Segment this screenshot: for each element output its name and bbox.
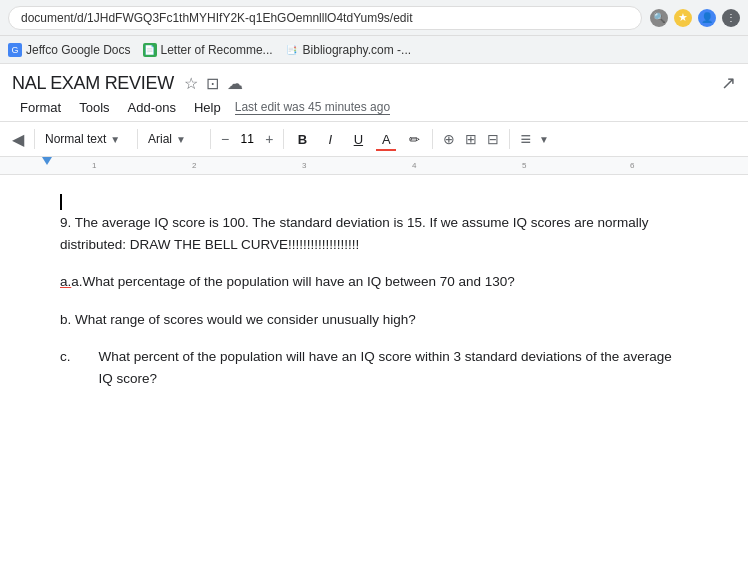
ruler-tick-4: 4 bbox=[412, 161, 416, 170]
style-value: Normal text bbox=[45, 132, 106, 146]
text-color-button[interactable]: A bbox=[374, 127, 398, 151]
list-button[interactable]: ≡ bbox=[516, 127, 535, 152]
comment-button[interactable]: ⊞ bbox=[461, 129, 481, 149]
folder-doc-icon[interactable]: ⊡ bbox=[206, 74, 219, 93]
title-bar: NAL EXAM REVIEW ☆ ⊡ ☁ ↗ bbox=[0, 64, 748, 94]
link-button[interactable]: ⊕ bbox=[439, 129, 459, 149]
bookmark-letter-label: Letter of Recomme... bbox=[161, 43, 273, 57]
url-bar[interactable]: document/d/1JHdFWGQ3Fc1thMYHIfY2K-q1EhGO… bbox=[8, 6, 642, 30]
last-edit-text: Last edit was 45 minutes ago bbox=[235, 100, 390, 115]
question-9-text: 9. The average IQ score is 100. The stan… bbox=[60, 212, 688, 255]
toolbar: ◀ Normal text ▼ Arial ▼ − 11 + B I U A ✏… bbox=[0, 121, 748, 157]
jeffco-icon: G bbox=[8, 43, 22, 57]
bold-button[interactable]: B bbox=[290, 127, 314, 151]
question-c-text: What percent of the population will have… bbox=[99, 346, 688, 389]
bookmark-letter[interactable]: 📄 Letter of Recomme... bbox=[143, 43, 273, 57]
text-color-label: A bbox=[382, 132, 391, 147]
bookmark-jeffco-label: Jeffco Google Docs bbox=[26, 43, 131, 57]
font-size-value[interactable]: 11 bbox=[235, 130, 259, 148]
toolbar-divider-2 bbox=[137, 129, 138, 149]
question-a-text: a.a.What percentage of the population wi… bbox=[60, 271, 688, 293]
ruler-triangle[interactable] bbox=[42, 157, 52, 165]
italic-button[interactable]: I bbox=[318, 127, 342, 151]
question-a-block: a.a.What percentage of the population wi… bbox=[60, 271, 688, 293]
menu-format[interactable]: Format bbox=[12, 96, 69, 119]
toolbar-divider-3 bbox=[210, 129, 211, 149]
bookmarks-bar: G Jeffco Google Docs 📄 Letter of Recomme… bbox=[0, 36, 748, 64]
star-icon[interactable]: ★ bbox=[674, 9, 692, 27]
font-dropdown[interactable]: Arial ▼ bbox=[144, 130, 204, 148]
question-b-text: b. What range of scores would we conside… bbox=[60, 309, 688, 331]
question-c-block: c. What percent of the population will h… bbox=[60, 346, 688, 389]
ruler-tick-3: 3 bbox=[302, 161, 306, 170]
question-a-label: a. bbox=[60, 274, 71, 289]
highlight-button[interactable]: ✏ bbox=[402, 127, 426, 151]
question-a-body: a.What percentage of the population will… bbox=[71, 274, 515, 289]
style-dropdown[interactable]: Normal text ▼ bbox=[41, 130, 131, 148]
cloud-doc-icon[interactable]: ☁ bbox=[227, 74, 243, 93]
doc-content[interactable]: 9. The average IQ score is 100. The stan… bbox=[0, 175, 748, 564]
text-cursor bbox=[60, 194, 62, 210]
bib-icon: 📑 bbox=[285, 43, 299, 57]
cursor-block bbox=[60, 191, 688, 212]
expand-icon[interactable]: ↗ bbox=[721, 72, 736, 94]
menu-help[interactable]: Help bbox=[186, 96, 229, 119]
star-doc-icon[interactable]: ☆ bbox=[184, 74, 198, 93]
style-chevron: ▼ bbox=[110, 134, 120, 145]
menu-dots-icon[interactable]: ⋮ bbox=[722, 9, 740, 27]
url-text: document/d/1JHdFWGQ3Fc1thMYHIfY2K-q1EhGO… bbox=[21, 11, 413, 25]
undo-icon[interactable]: ◀ bbox=[8, 128, 28, 151]
browser-bar: document/d/1JHdFWGQ3Fc1thMYHIfY2K-q1EhGO… bbox=[0, 0, 748, 36]
title-icons: ☆ ⊡ ☁ bbox=[184, 74, 243, 93]
menu-tools[interactable]: Tools bbox=[71, 96, 117, 119]
browser-icons: 🔍 ★ 👤 ⋮ bbox=[650, 9, 740, 27]
toolbar-divider-6 bbox=[509, 129, 510, 149]
font-value: Arial bbox=[148, 132, 172, 146]
font-size-decrease[interactable]: − bbox=[217, 129, 233, 149]
bookmark-bib-label: Bibliography.com -... bbox=[303, 43, 412, 57]
user-icon[interactable]: 👤 bbox=[698, 9, 716, 27]
question-c-label: c. bbox=[60, 346, 71, 389]
question-b-block: b. What range of scores would we conside… bbox=[60, 309, 688, 331]
toolbar-divider-4 bbox=[283, 129, 284, 149]
font-size-controls: − 11 + bbox=[217, 129, 277, 149]
font-chevron: ▼ bbox=[176, 134, 186, 145]
list-chevron[interactable]: ▼ bbox=[539, 134, 549, 145]
bookmark-jeffco[interactable]: G Jeffco Google Docs bbox=[8, 43, 131, 57]
ruler-tick-6: 6 bbox=[630, 161, 634, 170]
search-icon[interactable]: 🔍 bbox=[650, 9, 668, 27]
question-9-block: 9. The average IQ score is 100. The stan… bbox=[60, 212, 688, 255]
doc-title: NAL EXAM REVIEW bbox=[12, 73, 174, 94]
underline-button[interactable]: U bbox=[346, 127, 370, 151]
docs-container: NAL EXAM REVIEW ☆ ⊡ ☁ ↗ Format Tools Add… bbox=[0, 64, 748, 564]
bookmark-bibliography[interactable]: 📑 Bibliography.com -... bbox=[285, 43, 412, 57]
letter-icon: 📄 bbox=[143, 43, 157, 57]
toolbar-divider-1 bbox=[34, 129, 35, 149]
ruler-content: 1 2 3 4 5 6 bbox=[12, 157, 736, 174]
ruler: 1 2 3 4 5 6 bbox=[0, 157, 748, 175]
menu-bar: Format Tools Add-ons Help Last edit was … bbox=[0, 94, 748, 121]
toolbar-divider-5 bbox=[432, 129, 433, 149]
ruler-tick-5: 5 bbox=[522, 161, 526, 170]
menu-addons[interactable]: Add-ons bbox=[120, 96, 184, 119]
font-size-increase[interactable]: + bbox=[261, 129, 277, 149]
ruler-tick-1: 1 bbox=[92, 161, 96, 170]
toolbar-icon-group-links: ⊕ ⊞ ⊟ bbox=[439, 129, 503, 149]
ruler-tick-2: 2 bbox=[192, 161, 196, 170]
image-button[interactable]: ⊟ bbox=[483, 129, 503, 149]
